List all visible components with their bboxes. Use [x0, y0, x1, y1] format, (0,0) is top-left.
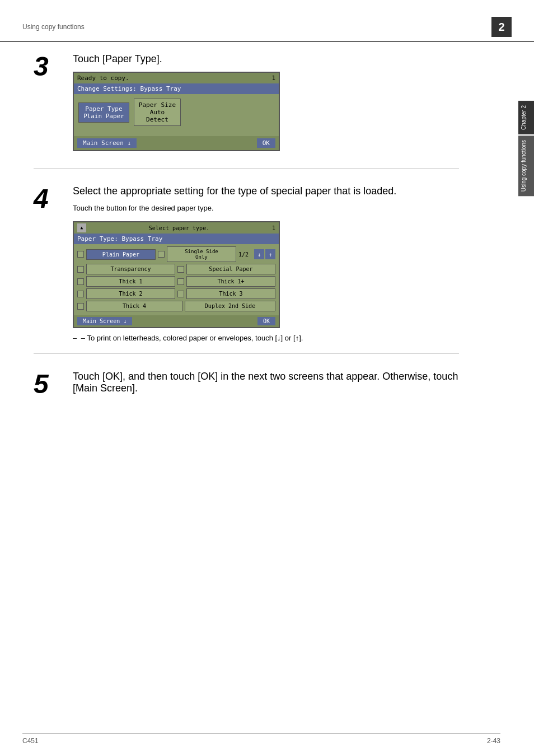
lcd2-checkbox-thick3[interactable] — [177, 291, 184, 297]
lcd2-checkbox-thick1[interactable] — [77, 278, 84, 285]
right-tabs: Chapter 2 Using copy functions — [518, 101, 534, 196]
lcd2-checkbox-thick4[interactable] — [77, 303, 84, 310]
section-label: Using copy functions — [22, 23, 85, 31]
lcd1-paper-size-label: Paper Size — [139, 101, 176, 109]
lcd2-checkbox-thick2[interactable] — [77, 291, 84, 297]
lcd2-checkbox-single[interactable] — [158, 251, 165, 258]
lcd2-thick2-btn[interactable]: Thick 2 — [86, 288, 175, 299]
section-tab: Using copy functions — [518, 136, 534, 196]
step-4-note: – – To print on letterheads, colored pap… — [73, 334, 459, 342]
step-3-content: Touch [Paper Type]. Ready to copy. 1 Cha… — [73, 53, 459, 157]
lcd2-button-grid: Plain Paper Single SideOnly 1/2 ↓ ↑ Tran… — [74, 244, 279, 315]
chapter-badge: 2 — [491, 17, 512, 37]
lcd2-checkbox-special[interactable] — [177, 266, 184, 273]
lcd1-ok-btn[interactable]: OK — [257, 138, 275, 148]
main-content: 3 Touch [Paper Type]. Ready to copy. 1 C… — [0, 42, 493, 440]
lcd2-row-2: Transparency Special Paper — [77, 264, 275, 274]
lcd2-checkbox-thick1plus[interactable] — [177, 278, 184, 285]
lcd-screen-2: ▲ Select paper type. 1 Paper Type: Bypas… — [73, 221, 280, 328]
step-5-section: 5 Touch [OK], and then touch [OK] in the… — [34, 371, 459, 412]
lcd2-ok-btn[interactable]: OK — [257, 317, 275, 325]
lcd2-header-icon: ▲ — [77, 223, 86, 232]
lcd1-row-1: Paper Type Plain Paper Paper Size AutoDe… — [78, 99, 274, 126]
lcd2-header-number: 1 — [272, 225, 275, 231]
step-5-text: Touch [OK], and then touch [OK] in the n… — [73, 371, 459, 394]
lcd1-paper-type-btn[interactable]: Paper Type Plain Paper — [78, 102, 129, 123]
step-4-title: Select the appropriate setting for the t… — [73, 185, 459, 197]
lcd1-paper-size-value: AutoDetect — [139, 109, 176, 123]
page-footer: C451 2-43 — [22, 733, 500, 745]
lcd2-thick1-btn[interactable]: Thick 1 — [86, 276, 175, 287]
footer-right: 2-43 — [487, 737, 500, 745]
step-4-section: 4 Select the appropriate setting for the… — [34, 185, 459, 354]
step-4-content: Select the appropriate setting for the t… — [73, 185, 459, 342]
lcd2-main-screen-btn[interactable]: Main Screen ↓ — [77, 317, 132, 325]
lcd2-row-1: Plain Paper Single SideOnly 1/2 ↓ ↑ — [77, 246, 275, 262]
lcd2-duplex-cell: Duplex 2nd Side — [185, 301, 275, 311]
step-4-number: 4 — [34, 185, 62, 342]
lcd1-status-bar: Ready to copy. 1 — [74, 73, 279, 83]
step-5-content: Touch [OK], and then touch [OK] in the n… — [73, 371, 459, 401]
footer-left: C451 — [22, 737, 39, 745]
lcd2-header-text: Select paper type. — [149, 225, 209, 231]
lcd2-single-side-btn[interactable]: Single SideOnly — [167, 246, 236, 262]
lcd2-next-btn[interactable]: ↑ — [265, 249, 275, 259]
lcd2-thick3-btn[interactable]: Thick 3 — [186, 288, 275, 299]
lcd2-page-indicator: 1/2 — [238, 251, 249, 258]
lcd2-special-paper-btn[interactable]: Special Paper — [186, 264, 275, 274]
step-3-number: 3 — [34, 53, 62, 157]
lcd2-row-5: Thick 4 Duplex 2nd Side — [77, 301, 275, 311]
lcd2-thick4-btn[interactable]: Thick 4 — [86, 301, 182, 311]
lcd2-checkbox-plain[interactable] — [77, 251, 84, 258]
lcd1-paper-type-label: Paper Type — [83, 105, 124, 113]
step-3-section: 3 Touch [Paper Type]. Ready to copy. 1 C… — [34, 53, 459, 169]
lcd1-footer: Main Screen ↓ OK — [74, 136, 279, 150]
lcd2-header: ▲ Select paper type. 1 — [74, 222, 279, 234]
lcd1-paper-size-btn[interactable]: Paper Size AutoDetect — [134, 99, 181, 126]
lcd1-status-text: Ready to copy. — [77, 74, 129, 82]
lcd2-checkbox-transparency[interactable] — [77, 266, 84, 273]
step-3-title: Touch [Paper Type]. — [73, 53, 459, 65]
page-header: Using copy functions 2 — [0, 0, 534, 42]
lcd1-paper-type-value: Plain Paper — [83, 113, 124, 120]
lcd2-plain-paper-btn[interactable]: Plain Paper — [86, 249, 156, 260]
lcd2-transparency-btn[interactable]: Transparency — [86, 264, 175, 274]
lcd1-title-bar: Change Settings: Bypass Tray — [74, 83, 279, 94]
step-4-subtitle: Touch the button for the desired paper t… — [73, 204, 459, 212]
chapter-tab: Chapter 2 — [518, 101, 534, 134]
lcd1-body: Paper Type Plain Paper Paper Size AutoDe… — [74, 94, 279, 134]
lcd1-status-number: 1 — [271, 74, 275, 82]
lcd2-row-3: Thick 1 Thick 1+ — [77, 276, 275, 287]
lcd2-title: Paper Type: Bypass Tray — [74, 234, 279, 244]
lcd-screen-1: Ready to copy. 1 Change Settings: Bypass… — [73, 72, 280, 151]
lcd1-main-screen-btn[interactable]: Main Screen ↓ — [77, 138, 137, 148]
lcd2-thick1plus-btn[interactable]: Thick 1+ — [186, 276, 275, 287]
lcd2-nav-arrows: ↓ ↑ — [254, 249, 275, 259]
step-5-number: 5 — [34, 371, 62, 401]
lcd2-row-4: Thick 2 Thick 3 — [77, 288, 275, 299]
lcd2-duplex-btn[interactable]: Duplex 2nd Side — [185, 301, 275, 311]
lcd2-footer: Main Screen ↓ OK — [74, 315, 279, 327]
lcd2-prev-btn[interactable]: ↓ — [254, 249, 264, 259]
